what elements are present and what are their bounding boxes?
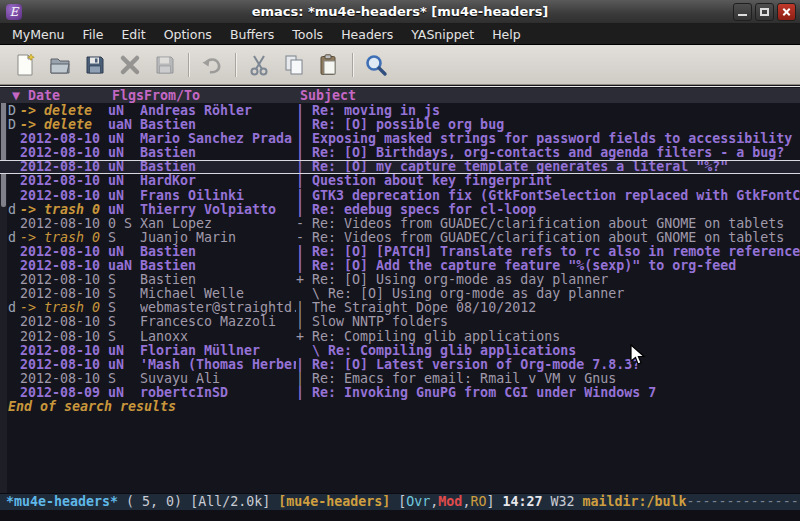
toolbar-button-undo[interactable] [197, 50, 227, 80]
toolbar-button-cut[interactable] [244, 50, 274, 80]
message-subject: \ Re: Compiling glib applications [296, 344, 800, 358]
message-from: Suvayu Ali [140, 372, 296, 386]
message-row[interactable]: 2012-08-10uNHardKor| Question about key … [0, 174, 800, 188]
message-row[interactable]: D-> deleteuaNBastien| Re: [O] possible o… [0, 118, 800, 132]
menu-item-file[interactable]: File [74, 25, 113, 44]
message-marker [8, 259, 20, 273]
menu-item-tools[interactable]: Tools [283, 25, 332, 44]
menu-item-mymenu[interactable]: MyMenu [3, 25, 74, 44]
message-row[interactable]: 2012-08-10uNFrans Oilinki| GTK3 deprecat… [0, 189, 800, 203]
menu-item-options[interactable]: Options [155, 25, 221, 44]
toolbar-button-paste[interactable] [314, 50, 344, 80]
close-button[interactable] [777, 3, 796, 21]
message-row[interactable]: d-> trash 0Swebmaster@straightd...| The … [0, 301, 800, 315]
toolbar-button-search[interactable] [361, 50, 391, 80]
toolbar-separator [188, 53, 190, 77]
column-header-flags[interactable]: Flgs [112, 88, 144, 103]
message-marker: D [8, 118, 20, 132]
toolbar-button-save-as[interactable] [150, 50, 180, 80]
message-row[interactable]: 2012-08-10uNFlorian Müllner \ Re: Compil… [0, 344, 800, 358]
toolbar-button-kill-buffer[interactable] [115, 50, 145, 80]
message-from: Frans Oilinki [140, 189, 296, 203]
message-from: Francesco Mazzoli [140, 315, 296, 329]
message-row[interactable]: 2012-08-10uNMario Sanchez Prada| Exposin… [0, 132, 800, 146]
column-header-subject[interactable]: Subject [300, 88, 800, 103]
message-from: Mario Sanchez Prada [140, 132, 296, 146]
message-marker: d [8, 203, 20, 217]
message-row[interactable]: 2012-08-10uaNBastien| Re: [O] Add the ca… [0, 259, 800, 273]
message-marker [8, 315, 20, 329]
message-marker [8, 358, 20, 372]
message-date: 2012-08-10 [20, 146, 108, 160]
message-row[interactable]: 2012-08-09uNrobertcInSD| Re: Invoking Gn… [0, 386, 800, 400]
message-marker: D [8, 104, 20, 118]
message-date: 2012-08-10 [20, 344, 108, 358]
message-row[interactable]: 2012-08-10uNBastien| Re: [O] Birthdays, … [0, 146, 800, 160]
minibuffer[interactable] [0, 510, 800, 521]
message-subject: | Re: [O] possible org bug [296, 118, 800, 132]
save-icon [83, 53, 107, 77]
message-marker: d [8, 231, 20, 245]
message-date: -> delete [20, 118, 108, 132]
message-from: Bastien [140, 146, 296, 160]
message-row[interactable]: 2012-08-10SFrancesco Mazzoli| Slow NNTP … [0, 315, 800, 329]
message-date: 2012-08-10 [20, 315, 108, 329]
mode-line-segment: ----------------------------------------… [687, 494, 800, 509]
message-row[interactable]: 2012-08-10SMichael Welle \ Re: [O] Using… [0, 287, 800, 301]
message-date: 2012-08-10 [20, 259, 108, 273]
message-row[interactable]: 2012-08-10SSuvayu Ali| Re: Emacs for ema… [0, 372, 800, 386]
save-as-icon [153, 53, 177, 77]
minimize-button[interactable] [733, 3, 752, 21]
message-date: 2012-08-10 [20, 174, 108, 188]
message-from: Bastien [140, 161, 296, 173]
toolbar-button-open-folder[interactable] [45, 50, 75, 80]
message-flags: S [108, 315, 140, 329]
mode-line-segment: *mu4e-headers* [6, 494, 118, 509]
message-row-current[interactable]: 2012-08-10uNBastien| Re: [O] my capture … [0, 160, 800, 174]
message-row[interactable]: d-> trash 0SJuanjo Marin- Re: Videos fro… [0, 231, 800, 245]
close-buffer-icon [118, 53, 142, 77]
menubar: MyMenuFileEditOptionsBuffersToolsHeaders… [0, 24, 800, 45]
message-marker [8, 146, 20, 160]
message-date: -> trash 0 [20, 301, 108, 315]
toolbar-separator [352, 53, 354, 77]
maximize-button[interactable] [755, 3, 774, 21]
message-row[interactable]: d-> trash 0uNThierry Volpiatto| Re: edeb… [0, 203, 800, 217]
toolbar-button-new-file[interactable] [10, 50, 40, 80]
message-subject: | Re: Invoking GnuPG from CGI under Wind… [296, 386, 800, 400]
message-marker [8, 372, 20, 386]
message-from: HardKor [140, 174, 296, 188]
message-row[interactable]: 2012-08-10SLanoxx+ Re: Compiling glib ap… [0, 330, 800, 344]
minimize-icon [738, 14, 747, 16]
maximize-icon [760, 8, 769, 16]
message-flags: uN [108, 245, 140, 259]
message-row[interactable]: D-> deleteuNAndreas Röhler| Re: moving i… [0, 104, 800, 118]
emacs-window: E emacs: *mu4e-headers* [mu4e-headers] M… [0, 0, 800, 521]
menu-item-headers[interactable]: Headers [332, 25, 402, 44]
message-flags: uN [108, 189, 140, 203]
message-date: 2012-08-09 [20, 386, 108, 400]
menu-item-buffers[interactable]: Buffers [221, 25, 283, 44]
message-row[interactable]: 2012-08-10uNBastien| Re: [O] [PATCH] Tra… [0, 245, 800, 259]
column-header-date[interactable]: ▼ Date [8, 88, 112, 103]
column-header-from[interactable]: From/To [144, 88, 300, 103]
message-subject: | Re: moving in js [296, 104, 800, 118]
menu-item-edit[interactable]: Edit [112, 25, 154, 44]
message-row[interactable]: 2012-08-10uN'Mash (Thomas Herbert)| Re: … [0, 358, 800, 372]
message-subject: | Re: [O] my capture template generates … [296, 161, 800, 173]
toolbar-button-copy[interactable] [279, 50, 309, 80]
search-icon [363, 52, 389, 78]
message-from: Michael Welle [140, 287, 296, 301]
message-row[interactable]: 2012-08-100 SXan Lopez- Re: Videos from … [0, 217, 800, 231]
toolbar-button-save[interactable] [80, 50, 110, 80]
message-marker [8, 344, 20, 358]
message-date: 2012-08-10 [20, 217, 108, 231]
message-from: Bastien [140, 118, 296, 132]
message-flags: uaN [108, 118, 140, 132]
toolbar [0, 45, 800, 85]
message-subject: | Exposing masked strings for password f… [296, 132, 800, 146]
message-from: webmaster@straightd... [140, 301, 296, 315]
message-row[interactable]: 2012-08-10SBastien+ Re: [O] Using org-mo… [0, 273, 800, 287]
menu-item-yasnippet[interactable]: YASnippet [402, 25, 483, 44]
menu-item-help[interactable]: Help [483, 25, 530, 44]
